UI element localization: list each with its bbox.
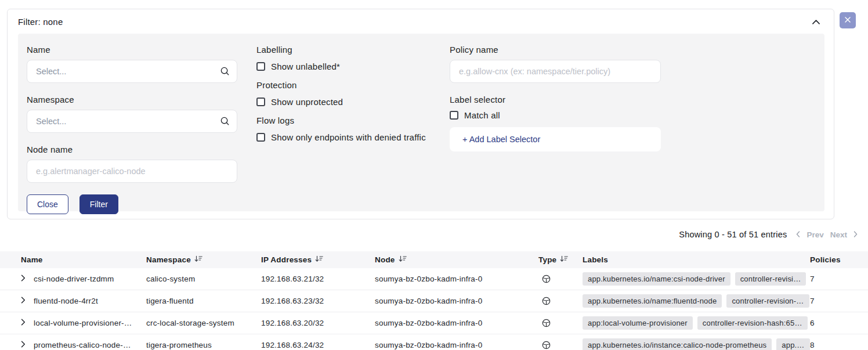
column-header-policies[interactable]: Policies <box>810 255 868 264</box>
next-page-chevron-button[interactable] <box>853 230 858 239</box>
show-unlabelled-checkbox[interactable]: Show unlabelled* <box>256 62 431 71</box>
pod-icon <box>538 297 583 305</box>
expand-row-button[interactable] <box>21 275 34 283</box>
name-select-input[interactable] <box>27 60 237 83</box>
namespace-select-input[interactable] <box>27 110 237 133</box>
filter-button[interactable]: Filter <box>79 194 118 214</box>
filter-panel: Filter: none Name Namespace <box>7 9 834 219</box>
table-row: prometheus-calico-node-… tigera-promethe… <box>0 334 868 350</box>
endpoint-namespace: tigera-fluentd <box>146 297 261 305</box>
endpoint-ip: 192.168.63.23/32 <box>261 297 375 305</box>
filter-column-policy: Policy name Label selector Match all + A… <box>450 45 661 214</box>
column-header-type[interactable]: Type <box>538 255 583 264</box>
label-chip: app:local-volume-provisioner <box>583 316 693 330</box>
endpoint-node: soumya-bz-0zbo-kadm-infra-0 <box>375 319 538 327</box>
filter-form: Name Namespace Node name Close Filt <box>18 34 824 211</box>
collapse-panel-button[interactable] <box>810 15 822 28</box>
label-selector-section-label: Label selector <box>450 95 661 104</box>
node-name-input[interactable] <box>27 160 237 183</box>
endpoint-policies-count: 7 <box>810 297 868 305</box>
node-name-field-label: Node name <box>27 145 237 154</box>
endpoint-name: local-volume-provisioner-… <box>34 319 146 327</box>
expand-row-button[interactable] <box>21 319 34 327</box>
endpoint-policies-count: 8 <box>810 341 868 349</box>
endpoint-labels: app.kubernetes.io/name:fluentd-node cont… <box>583 294 810 308</box>
sort-icon <box>399 255 407 264</box>
column-header-node[interactable]: Node <box>375 255 538 264</box>
show-unprotected-checkbox[interactable]: Show unprotected <box>256 97 431 107</box>
label-chip: controller-revisi… <box>735 272 806 286</box>
prev-page-button[interactable]: Prev <box>806 230 823 239</box>
sort-icon <box>560 255 568 264</box>
endpoint-ip: 192.168.63.24/32 <box>261 341 375 349</box>
column-header-labels[interactable]: Labels <box>583 255 810 264</box>
entries-summary: Showing 0 - 51 of 51 entries <box>679 230 787 239</box>
chevron-right-icon <box>21 275 26 283</box>
name-field-label: Name <box>27 45 237 55</box>
denied-traffic-checkbox[interactable]: Show only endpoints with denied traffic <box>256 132 431 142</box>
add-label-selector-button[interactable]: + Add Label Selector <box>450 127 661 151</box>
endpoint-ip: 192.168.63.21/32 <box>261 275 375 283</box>
policy-name-field-label: Policy name <box>450 45 661 55</box>
chevron-right-icon <box>21 341 26 349</box>
filter-title: Filter: none <box>18 17 63 27</box>
checkbox-icon <box>256 62 265 71</box>
expand-row-button[interactable] <box>21 297 34 305</box>
table-row: fluentd-node-4rr2t tigera-fluentd 192.16… <box>0 290 868 312</box>
close-filter-panel-button[interactable] <box>840 12 856 28</box>
labelling-section-label: Labelling <box>256 45 431 55</box>
checkbox-icon <box>256 133 265 142</box>
endpoint-namespace: calico-system <box>146 275 261 283</box>
filter-column-checkboxes: Labelling Show unlabelled* Protection Sh… <box>256 45 431 214</box>
column-header-ip-addresses[interactable]: IP Addresses <box>261 255 375 264</box>
namespace-field-label: Namespace <box>27 95 237 104</box>
sort-icon <box>194 255 202 264</box>
endpoint-labels: app:local-volume-provisioner controller-… <box>583 316 810 330</box>
pod-icon <box>538 341 583 349</box>
policy-name-input[interactable] <box>450 60 661 83</box>
chevron-right-icon <box>853 230 858 239</box>
label-chip: app.… <box>776 338 809 350</box>
next-page-button[interactable]: Next <box>830 230 847 239</box>
chevron-left-icon <box>796 230 800 239</box>
endpoint-ip: 192.168.63.20/32 <box>261 319 375 327</box>
endpoint-namespace: tigera-prometheus <box>146 341 261 349</box>
pod-icon <box>538 275 583 283</box>
expand-row-button[interactable] <box>21 341 34 349</box>
close-icon <box>844 16 851 25</box>
endpoint-policies-count: 6 <box>810 319 868 327</box>
prev-page-chevron-button[interactable] <box>796 230 800 239</box>
filter-panel-header: Filter: none <box>8 9 834 34</box>
checkbox-icon <box>256 98 265 106</box>
endpoints-table: Name Namespace IP Addresses Node Type La… <box>0 251 868 350</box>
endpoint-name: prometheus-calico-node-… <box>34 341 146 349</box>
label-chip: app.kubernetes.io/name:fluentd-node <box>583 294 722 308</box>
pagination-bar: Showing 0 - 51 of 51 entries Prev Next <box>679 230 858 239</box>
chevron-up-icon <box>812 17 820 26</box>
column-header-name[interactable]: Name <box>21 255 146 264</box>
endpoint-name: fluentd-node-4rr2t <box>34 297 146 305</box>
label-chip: app.kubernetes.io/name:csi-node-driver <box>583 272 730 286</box>
match-all-checkbox[interactable]: Match all <box>450 110 661 120</box>
label-chip: controller-revision-hash:65… <box>697 316 808 330</box>
pod-icon <box>538 319 583 327</box>
close-button[interactable]: Close <box>27 194 68 214</box>
label-chip: app.kubernetes.io/instance:calico-node-p… <box>583 338 772 350</box>
endpoint-name: csi-node-driver-tzdmm <box>34 275 146 283</box>
endpoint-namespace: crc-local-storage-system <box>146 319 261 327</box>
label-chip: controller-revision-… <box>726 294 809 308</box>
flow-logs-section-label: Flow logs <box>256 116 431 125</box>
table-row: local-volume-provisioner-… crc-local-sto… <box>0 312 868 334</box>
endpoint-policies-count: 7 <box>810 275 868 283</box>
endpoint-labels: app.kubernetes.io/name:csi-node-driver c… <box>583 272 810 286</box>
sort-icon <box>315 255 323 264</box>
chevron-right-icon <box>21 297 26 305</box>
endpoint-node: soumya-bz-0zbo-kadm-infra-0 <box>375 275 538 283</box>
endpoint-labels: app.kubernetes.io/instance:calico-node-p… <box>583 338 810 350</box>
table-row: csi-node-driver-tzdmm calico-system 192.… <box>0 268 868 290</box>
checkbox-icon <box>450 111 458 120</box>
protection-section-label: Protection <box>256 80 431 90</box>
endpoint-node: soumya-bz-0zbo-kadm-infra-0 <box>375 341 538 349</box>
column-header-namespace[interactable]: Namespace <box>146 255 261 264</box>
endpoint-node: soumya-bz-0zbo-kadm-infra-0 <box>375 297 538 305</box>
